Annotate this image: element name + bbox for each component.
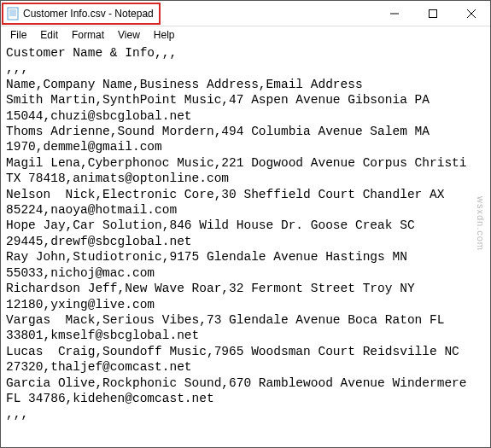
svg-rect-6 bbox=[429, 9, 436, 17]
menu-format[interactable]: Format bbox=[66, 28, 110, 42]
notepad-icon bbox=[7, 7, 19, 20]
menu-file[interactable]: File bbox=[4, 28, 32, 42]
menubar: File Edit Format View Help bbox=[1, 26, 490, 44]
menu-edit[interactable]: Edit bbox=[34, 28, 64, 42]
menu-help[interactable]: Help bbox=[148, 28, 181, 42]
titlebar: Customer Info.csv - Notepad bbox=[1, 1, 490, 26]
minimize-button[interactable] bbox=[375, 1, 413, 26]
title-highlight-box: Customer Info.csv - Notepad bbox=[2, 3, 161, 25]
text-area[interactable]: Customer Name & Info,,, ,,, Name,Company… bbox=[1, 44, 490, 447]
close-button[interactable] bbox=[452, 1, 490, 26]
menu-view[interactable]: View bbox=[112, 28, 146, 42]
maximize-button[interactable] bbox=[413, 1, 452, 26]
window-title: Customer Info.csv - Notepad bbox=[23, 8, 154, 20]
window-controls bbox=[375, 1, 490, 26]
